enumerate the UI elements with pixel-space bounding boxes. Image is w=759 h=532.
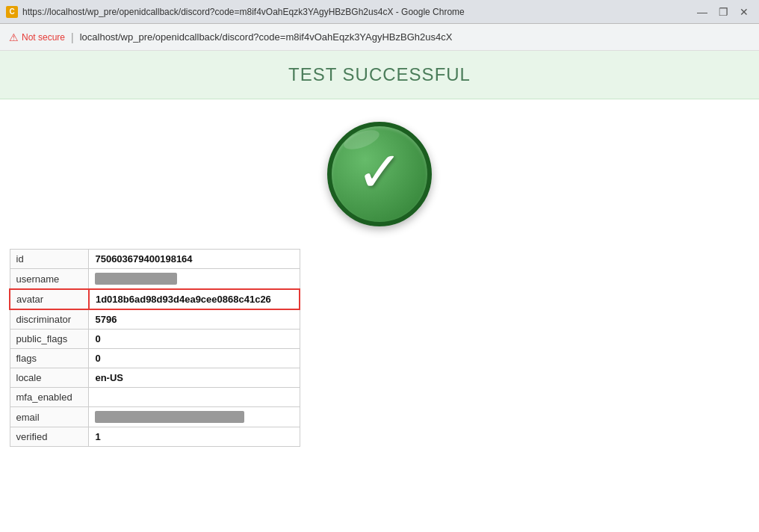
browser-icon: C (6, 6, 18, 18)
row-value-mfa-enabled (89, 388, 300, 407)
redacted-value (95, 273, 177, 285)
table-row: mfa_enabled (10, 388, 300, 407)
window-title: https://localhost/wp_pre/openidcallback/… (22, 7, 465, 17)
address-divider: | (71, 31, 74, 43)
table-row: id 750603679400198164 (10, 250, 300, 269)
row-value-discriminator: 5796 (89, 309, 300, 330)
redacted-value (95, 411, 244, 423)
row-key-email: email (10, 407, 89, 427)
row-key-mfa-enabled: mfa_enabled (10, 388, 89, 407)
table-row-avatar: avatar 1d018b6ad98d93d4ea9cee0868c41c26 (10, 289, 300, 309)
security-warning: ⚠ Not secure (9, 31, 65, 43)
address-bar: ⚠ Not secure | localhost/wp_pre/openidca… (0, 24, 759, 51)
address-url[interactable]: localhost/wp_pre/openidcallback/discord?… (80, 31, 453, 43)
row-value-username (89, 269, 300, 290)
row-key-avatar: avatar (10, 289, 89, 309)
data-table: id 750603679400198164 username avatar 1d… (9, 249, 300, 447)
warning-icon: ⚠ (9, 31, 19, 43)
table-row: username (10, 269, 300, 290)
row-key-flags: flags (10, 349, 89, 368)
row-key-verified: verified (10, 427, 89, 447)
row-key-id: id (10, 250, 89, 269)
title-bar-left: C https://localhost/wp_pre/openidcallbac… (6, 6, 465, 18)
minimize-button[interactable]: — (693, 4, 711, 19)
table-row: public_flags 0 (10, 330, 300, 349)
row-value-avatar: 1d018b6ad98d93d4ea9cee0868c41c26 (89, 289, 300, 309)
row-value-verified: 1 (89, 427, 300, 447)
table-row: locale en-US (10, 368, 300, 388)
row-key-locale: locale (10, 368, 89, 388)
maximize-button[interactable]: ❐ (714, 4, 732, 19)
row-key-public-flags: public_flags (10, 330, 89, 349)
window-controls: — ❐ ✕ (693, 4, 753, 19)
table-row: verified 1 (10, 427, 300, 447)
row-key-discriminator: discriminator (10, 309, 89, 330)
security-text: Not secure (22, 32, 65, 43)
row-key-username: username (10, 269, 89, 290)
row-value-email (89, 407, 300, 427)
table-row: email (10, 407, 300, 427)
page-content: TEST SUCCESSFUL ✓ id 750603679400198164 … (0, 51, 759, 532)
row-value-flags: 0 (89, 349, 300, 368)
table-row: discriminator 5796 (10, 309, 300, 330)
title-bar: C https://localhost/wp_pre/openidcallbac… (0, 0, 759, 24)
table-row: flags 0 (10, 349, 300, 368)
close-button[interactable]: ✕ (735, 4, 753, 19)
check-circle: ✓ (327, 122, 432, 226)
row-value-locale: en-US (89, 368, 300, 388)
check-icon-container: ✓ (327, 122, 432, 226)
success-title: TEST SUCCESSFUL (0, 64, 759, 85)
row-value-public-flags: 0 (89, 330, 300, 349)
row-value-id: 750603679400198164 (89, 250, 300, 269)
success-banner: TEST SUCCESSFUL (0, 51, 759, 99)
checkmark-icon: ✓ (356, 144, 403, 200)
